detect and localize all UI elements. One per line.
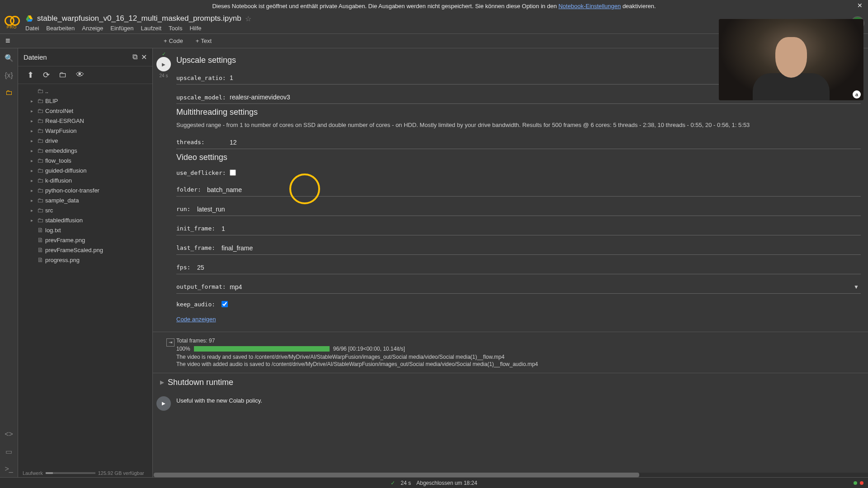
filename[interactable]: stable_warpfusion_v0_16_12_multi_masked_… xyxy=(37,14,241,23)
multithreading-title: Multithreading settings xyxy=(176,108,861,117)
menu-hilfe[interactable]: Hilfe xyxy=(189,25,201,32)
folder-input[interactable] xyxy=(207,184,861,195)
refresh-icon[interactable]: ⟳ xyxy=(43,70,50,80)
tree-folder[interactable]: ▸🗀k-diffusion xyxy=(22,175,149,185)
run-button[interactable]: ▶ xyxy=(156,57,171,71)
notebook-area[interactable]: ⋮ ✓ ▶ 24 s Upscale settings upscale_rati… xyxy=(153,48,868,479)
variables-icon[interactable]: {x} xyxy=(5,71,13,80)
shutdown-runtime-section[interactable]: ▶ Shutdown runtime xyxy=(153,373,868,392)
status-dot-green xyxy=(854,481,857,485)
tree-folder[interactable]: ▸🗀python-color-transfer xyxy=(22,185,149,195)
file-panel: Dateien ⧉ ✕ ⬆ ⟳ 🗀 👁 🗀.. ▸🗀BLIP▸🗀ControlN… xyxy=(18,48,153,479)
chevron-right-icon: ▸ xyxy=(31,99,35,103)
add-code-button[interactable]: +Code xyxy=(160,36,187,46)
run-button[interactable]: ▶ xyxy=(156,396,171,411)
tree-item-label: stablediffusion xyxy=(45,217,83,224)
terminal-icon[interactable]: ▭ xyxy=(5,447,12,456)
tree-folder[interactable]: ▸🗀Real-ESRGAN xyxy=(22,116,149,126)
tree-file[interactable]: 🗎prevFrame.png xyxy=(22,235,149,245)
disk-progress xyxy=(46,472,95,474)
chevron-right-icon: ▸ xyxy=(31,218,35,223)
tree-item-label: WarpFusion xyxy=(45,127,77,134)
chevron-down-icon[interactable]: ▼ xyxy=(854,284,859,290)
tree-item-label: flow_tools xyxy=(45,157,71,164)
file-toolbar: ⬆ ⟳ 🗀 👁 xyxy=(18,66,152,84)
use-deflicker-row: use_deflicker: xyxy=(176,169,861,177)
tree-folder[interactable]: ▸🗀embeddings xyxy=(22,145,149,155)
file-icon: 🗎 xyxy=(37,236,43,244)
status-bar: ✓ 24 s Abgeschlossen um 18:24 xyxy=(0,477,868,488)
keep-audio-checkbox[interactable] xyxy=(222,301,228,307)
folder-icon: 🗀 xyxy=(37,206,43,214)
search-icon[interactable]: 🔍 xyxy=(5,54,14,62)
tree-item-label: progress.png xyxy=(45,257,80,263)
close-icon[interactable]: ✕ xyxy=(141,53,147,61)
output-line-2: The video with added audio is saved to /… xyxy=(176,361,861,367)
show-code-link[interactable]: Code anzeigen xyxy=(176,316,216,323)
left-rail: 🔍 {x} 🗀 <> ▭ >_ xyxy=(0,48,18,479)
progress-bar xyxy=(194,346,330,352)
file-tree[interactable]: 🗀.. ▸🗀BLIP▸🗀ControlNet▸🗀Real-ESRGAN▸🗀War… xyxy=(18,84,152,468)
run-input[interactable] xyxy=(197,204,861,215)
output-total-frames: Total frames: 97 xyxy=(176,338,861,344)
tree-item-label: ControlNet xyxy=(45,108,73,114)
tree-folder[interactable]: ▸🗀ControlNet xyxy=(22,106,149,116)
tree-item-label: prevFrameScaled.png xyxy=(45,247,103,253)
menu-anzeige[interactable]: Anzeige xyxy=(82,25,103,32)
close-icon[interactable]: ✕ xyxy=(857,2,863,9)
menu-tools[interactable]: Tools xyxy=(169,25,182,32)
upload-icon[interactable]: ⬆ xyxy=(27,70,34,80)
output-format-input[interactable] xyxy=(230,282,861,292)
tree-folder[interactable]: ▸🗀guided-diffusion xyxy=(22,165,149,175)
tree-folder[interactable]: ▸🗀BLIP xyxy=(22,96,149,106)
threads-input[interactable] xyxy=(230,137,861,148)
menu-laufzeit[interactable]: Laufzeit xyxy=(141,25,162,32)
new-window-icon[interactable]: ⧉ xyxy=(132,53,137,61)
folder-icon: 🗀 xyxy=(37,197,43,204)
star-icon[interactable]: ☆ xyxy=(245,14,251,23)
keep-audio-label: keep_audio: xyxy=(176,301,218,308)
last-frame-input[interactable] xyxy=(222,243,861,253)
colab-logo[interactable]: PRO xyxy=(4,15,20,31)
folder-icon: 🗀 xyxy=(37,137,43,144)
chevron-right-icon: ▸ xyxy=(31,158,35,163)
notebook-settings-link[interactable]: Notebook-Einstellungen xyxy=(558,3,621,9)
menu-icon[interactable]: ≡ xyxy=(5,36,10,46)
folder-icon: 🗀 xyxy=(37,216,43,224)
output-line-1: The video is ready and saved to /content… xyxy=(176,354,861,360)
folder-row: folder: xyxy=(176,184,861,197)
tree-up[interactable]: 🗀.. xyxy=(22,86,149,96)
folder-icon: 🗀 xyxy=(37,107,43,114)
add-text-button[interactable]: +Text xyxy=(192,36,215,46)
tree-item-label: prevFrame.png xyxy=(45,237,85,244)
tree-folder[interactable]: ▸🗀stablediffusion xyxy=(22,215,149,225)
horizontal-scrollbar[interactable] xyxy=(154,473,868,477)
menu-bearbeiten[interactable]: Bearbeiten xyxy=(46,25,75,32)
multithreading-desc: Suggested range - from 1 to number of co… xyxy=(176,121,861,130)
threads-row: threads: xyxy=(176,137,861,149)
chevron-right-icon: ▸ xyxy=(31,178,35,183)
webcam-overlay: a xyxy=(719,19,863,100)
tree-folder[interactable]: ▸🗀flow_tools xyxy=(22,155,149,165)
useful-text: Useful with the new Colab policy. xyxy=(176,397,262,404)
use-deflicker-checkbox[interactable] xyxy=(230,169,236,176)
tree-file[interactable]: 🗎log.txt xyxy=(22,225,149,235)
hide-icon[interactable]: 👁 xyxy=(76,70,84,80)
output-toggle-icon[interactable]: ⇥ xyxy=(166,338,175,347)
init-frame-input[interactable] xyxy=(222,223,861,234)
tree-folder[interactable]: ▸🗀sample_data xyxy=(22,195,149,205)
tree-folder[interactable]: ▸🗀drive xyxy=(22,136,149,145)
command-palette-icon[interactable]: >_ xyxy=(5,465,13,473)
tree-file[interactable]: 🗎prevFrameScaled.png xyxy=(22,245,149,255)
tree-file[interactable]: 🗎progress.png xyxy=(22,255,149,265)
fps-input[interactable] xyxy=(197,262,861,273)
mount-drive-icon[interactable]: 🗀 xyxy=(59,70,67,80)
threads-label: threads: xyxy=(176,139,226,145)
code-snippets-icon[interactable]: <> xyxy=(5,430,13,438)
files-icon[interactable]: 🗀 xyxy=(5,89,13,97)
tree-folder[interactable]: ▸🗀WarpFusion xyxy=(22,126,149,136)
menu-datei[interactable]: Datei xyxy=(25,25,39,32)
menu-einfuegen[interactable]: Einfügen xyxy=(110,25,133,32)
tree-folder[interactable]: ▸🗀src xyxy=(22,205,149,215)
folder-icon: 🗀 xyxy=(37,167,43,174)
